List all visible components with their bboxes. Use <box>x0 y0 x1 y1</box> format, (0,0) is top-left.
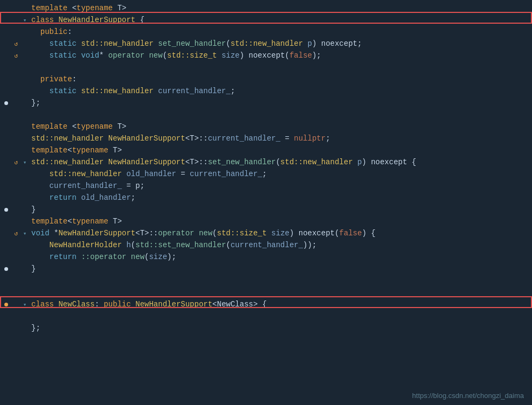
code-text: class NewClass: public NewHandlerSupport… <box>29 298 532 310</box>
code-token: ); <box>312 51 321 60</box>
code-text: private: <box>29 73 532 85</box>
dot-white <box>4 267 8 271</box>
code-token: return <box>50 253 81 261</box>
code-line: ↺▾void *NewHandlerSupport<T>::operator n… <box>0 227 532 239</box>
code-token: std::new_handler <box>81 87 158 95</box>
code-token: ( <box>212 229 217 238</box>
code-token: NewHandlerSupport <box>108 134 185 143</box>
code-token: = p; <box>122 181 144 190</box>
code-token: ( <box>276 158 280 166</box>
code-token: ); <box>167 253 176 261</box>
code-token: class <box>31 16 58 24</box>
code-line: ↺ static std::new_handler set_new_handle… <box>0 38 532 50</box>
code-token: std::new_handler <box>31 134 108 143</box>
code-token: size <box>149 253 167 261</box>
code-text: template <typename T> <box>29 121 532 132</box>
code-token: T> <box>113 122 126 131</box>
fold-icon[interactable]: ▾ <box>20 17 29 24</box>
code-token: ( <box>226 39 230 48</box>
code-token: ( <box>163 51 167 60</box>
arrow-icon: ↺ <box>12 52 20 59</box>
code-token: ( <box>226 241 230 249</box>
code-token: ) noexcept( <box>289 229 339 238</box>
code-token: old_handler <box>81 193 130 202</box>
code-line: ↺ static void* operator new(std::size_t … <box>0 50 532 61</box>
code-token: < <box>67 217 72 226</box>
code-token: static <box>50 51 81 60</box>
code-token: void <box>31 229 54 238</box>
code-token: current_handler_ <box>50 181 122 190</box>
dot-white <box>4 101 8 105</box>
code-token: size <box>271 229 289 238</box>
code-token: h <box>126 241 130 249</box>
code-token: NewHandlerSupport <box>108 158 185 166</box>
code-text: template <typename T> <box>29 2 532 14</box>
code-token: ( <box>131 241 135 249</box>
code-token: p <box>308 39 312 48</box>
code-line: return ::operator new(size); <box>0 251 532 263</box>
code-token: private <box>40 75 72 83</box>
code-token: * <box>99 51 108 60</box>
code-token: ) noexcept; <box>312 39 362 48</box>
code-text: return ::operator new(size); <box>29 251 532 263</box>
code-line: template <typename T> <box>0 121 532 132</box>
code-line: template<typename T> <box>0 144 532 156</box>
code-text: std::new_handler old_handler = current_h… <box>29 168 532 180</box>
code-token: NewHandlerSupport <box>58 16 135 24</box>
code-line: ▾class NewClass: public NewHandlerSuppor… <box>0 298 532 310</box>
code-token: size <box>222 51 240 60</box>
code-token: template <box>31 122 72 131</box>
code-token: <T>:: <box>135 229 158 238</box>
code-text: template<typename T> <box>29 215 532 227</box>
code-token: std::new_handler <box>50 170 127 178</box>
code-token: { <box>135 16 144 24</box>
code-token: ) { <box>362 229 375 238</box>
code-token: std::new_handler <box>81 39 158 48</box>
code-text: class NewHandlerSupport { <box>29 14 532 26</box>
code-token: ::operator new <box>81 253 144 261</box>
code-line: ▾class NewHandlerSupport { <box>0 14 532 26</box>
code-token: : <box>67 27 72 36</box>
code-token: template <box>31 217 67 226</box>
code-line: current_handler_ = p; <box>0 180 532 192</box>
code-token: typename <box>72 217 108 226</box>
code-line: } <box>0 204 532 215</box>
code-line: std::new_handler NewHandlerSupport<T>::c… <box>0 132 532 144</box>
code-token: std::size_t <box>167 51 222 60</box>
code-token: <T>:: <box>185 134 208 143</box>
code-token: operator new <box>158 229 212 238</box>
code-token: )); <box>303 241 316 249</box>
code-token: typename <box>72 146 108 155</box>
code-token: ; <box>326 134 330 143</box>
dot-white <box>4 208 8 212</box>
code-token: }; <box>31 99 40 107</box>
fold-icon[interactable]: ▾ <box>20 230 29 237</box>
watermark: https://blog.csdn.net/chongzi_daima <box>412 392 524 400</box>
code-token: < <box>72 4 77 12</box>
code-token: NewHandlerHolder <box>50 241 127 249</box>
code-text: std::new_handler NewHandlerSupport<T>::c… <box>29 132 532 144</box>
code-line: std::new_handler old_handler = current_h… <box>0 168 532 180</box>
code-token: current_handler_ <box>208 134 280 143</box>
code-token: typename <box>77 122 113 131</box>
code-line: private: <box>0 73 532 85</box>
dot-orange <box>4 303 8 306</box>
code-token: NewHandlerSupport <box>58 229 135 238</box>
code-token: void <box>81 51 99 60</box>
code-token: T> <box>108 146 122 155</box>
arrow-icon: ↺ <box>12 159 20 166</box>
code-token: current_handler_ <box>190 170 262 178</box>
code-token: NewClass <box>58 300 94 309</box>
code-text: void *NewHandlerSupport<T>::operator new… <box>29 227 532 239</box>
code-text: }; <box>29 322 532 334</box>
fold-icon[interactable]: ▾ <box>20 159 29 166</box>
code-text: }; <box>29 97 532 109</box>
code-editor: template <typename T>▾class NewHandlerSu… <box>0 0 532 405</box>
code-token: std::new_handler <box>280 158 357 166</box>
code-text: static std::new_handler current_handler_… <box>29 85 532 97</box>
code-text: public: <box>29 26 532 38</box>
code-text: } <box>29 263 532 275</box>
fold-icon[interactable]: ▾ <box>20 301 29 308</box>
code-token: T> <box>108 217 122 226</box>
code-text: static std::new_handler set_new_handler(… <box>29 38 532 50</box>
